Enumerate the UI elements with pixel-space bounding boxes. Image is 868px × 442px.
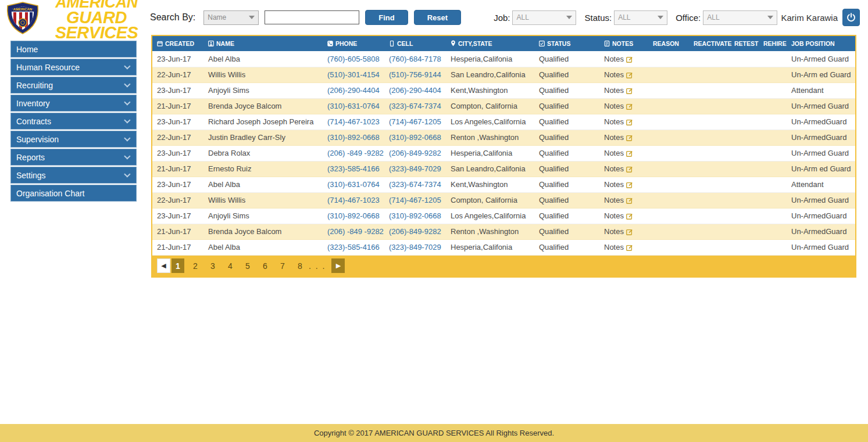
job-filter-select[interactable]: ALL bbox=[512, 10, 576, 25]
name-cell: Richard Joseph Joseph Pereira bbox=[203, 114, 323, 130]
phone-link[interactable]: (510)-301-4154 bbox=[323, 67, 384, 82]
cell-link[interactable]: (714)-467-1205 bbox=[384, 192, 446, 208]
notes-link[interactable]: Notes bbox=[599, 192, 648, 208]
reason-cell bbox=[648, 161, 689, 177]
created-cell: 23-Jun-17 bbox=[152, 145, 203, 161]
notes-link[interactable]: Notes bbox=[599, 208, 648, 224]
col-header-reactivate[interactable]: REACTIVATE bbox=[689, 36, 730, 51]
pagination-prev-button[interactable]: ◀ bbox=[157, 258, 170, 273]
notes-link[interactable]: Notes bbox=[599, 177, 648, 192]
sidebar-item-home[interactable]: Home bbox=[10, 41, 137, 58]
pagination-ellipsis: . . . bbox=[309, 261, 326, 271]
notes-link[interactable]: Notes bbox=[599, 67, 648, 82]
pagination-page-6[interactable]: 6 bbox=[259, 258, 272, 273]
cell-link[interactable]: (206)-849-9282 bbox=[384, 224, 446, 239]
check-square-icon bbox=[539, 41, 545, 48]
notes-link[interactable]: Notes bbox=[599, 161, 648, 177]
rehire-cell bbox=[759, 82, 787, 98]
notes-link-label: Notes bbox=[604, 227, 624, 236]
cell-link[interactable]: (310)-892-0668 bbox=[384, 130, 446, 145]
notes-link[interactable]: Notes bbox=[599, 224, 648, 239]
pagination-page-5[interactable]: 5 bbox=[241, 258, 254, 273]
cell-link[interactable]: (714)-467-1205 bbox=[384, 114, 446, 130]
job-position-cell: Un-Armed Guard bbox=[787, 98, 855, 114]
pagination-page-7[interactable]: 7 bbox=[276, 258, 289, 273]
retest-cell bbox=[730, 82, 759, 98]
sidebar-item-human-resource[interactable]: Human Resource bbox=[10, 59, 137, 76]
find-button[interactable]: Find bbox=[365, 10, 408, 25]
cell-link[interactable]: (310)-892-0668 bbox=[384, 208, 446, 224]
phone-link[interactable]: (310)-631-0764 bbox=[323, 177, 384, 192]
phone-link[interactable]: (206)-290-4404 bbox=[323, 82, 384, 98]
phone-link[interactable]: (310)-892-0668 bbox=[323, 130, 384, 145]
col-header-phone[interactable]: PHONE bbox=[323, 36, 384, 51]
phone-link[interactable]: (714)-467-1023 bbox=[323, 114, 384, 130]
phone-link[interactable]: (760)-605-5808 bbox=[323, 51, 384, 67]
office-filter-label: Office: bbox=[676, 13, 701, 23]
col-header-status[interactable]: STATUS bbox=[534, 36, 599, 51]
sidebar-item-organisation-chart[interactable]: Organisation Chart bbox=[10, 185, 137, 202]
sidebar-item-supervision[interactable]: Supervision bbox=[10, 131, 137, 148]
pagination-page-4[interactable]: 4 bbox=[224, 258, 237, 273]
col-header-reason[interactable]: REASON bbox=[648, 36, 689, 51]
retest-cell bbox=[730, 192, 759, 208]
cell-link[interactable]: (510)-756-9144 bbox=[384, 67, 446, 82]
col-header-retest[interactable]: RETEST bbox=[730, 36, 759, 51]
col-header-rehire[interactable]: REHIRE bbox=[759, 36, 787, 51]
created-cell: 22-Jun-17 bbox=[152, 192, 203, 208]
notes-link[interactable]: Notes bbox=[599, 82, 648, 98]
phone-link[interactable]: (323)-585-4166 bbox=[323, 239, 384, 255]
col-header-city-state[interactable]: CITY,STATE bbox=[446, 36, 534, 51]
cell-link[interactable]: (323)-849-7029 bbox=[384, 161, 446, 177]
name-cell: Anjoyli Sims bbox=[203, 208, 323, 224]
cell-link[interactable]: (323)-674-7374 bbox=[384, 177, 446, 192]
cell-link[interactable]: (323)-849-7029 bbox=[384, 239, 446, 255]
phone-link[interactable]: (714)-467-1023 bbox=[323, 192, 384, 208]
phone-link[interactable]: (206) -849 -9282 bbox=[323, 224, 384, 239]
pagination-page-3[interactable]: 3 bbox=[206, 258, 219, 273]
reason-cell bbox=[648, 239, 689, 255]
phone-link[interactable]: (206) -849 -9282 bbox=[323, 145, 384, 161]
office-filter-select[interactable]: ALL bbox=[703, 10, 777, 25]
search-input[interactable] bbox=[265, 10, 359, 24]
col-header-created[interactable]: CREATED bbox=[152, 36, 203, 51]
notes-link[interactable]: Notes bbox=[599, 239, 648, 255]
cell-link[interactable]: (760)-684-7178 bbox=[384, 51, 446, 67]
created-cell: 21-Jun-17 bbox=[152, 98, 203, 114]
pagination-page-1[interactable]: 1 bbox=[172, 258, 184, 273]
reactivate-cell bbox=[689, 114, 730, 130]
col-header-cell[interactable]: CELL bbox=[384, 36, 446, 51]
sidebar-item-recruiting[interactable]: Recruiting bbox=[10, 77, 137, 94]
phone-link[interactable]: (323)-585-4166 bbox=[323, 161, 384, 177]
notes-link[interactable]: Notes bbox=[599, 51, 648, 67]
notes-link-label: Notes bbox=[604, 86, 624, 95]
created-cell: 23-Jun-17 bbox=[152, 208, 203, 224]
search-field-select[interactable]: Name bbox=[203, 10, 259, 25]
status-filter-select[interactable]: ALL bbox=[614, 10, 667, 25]
col-header-job-position[interactable]: JOB POSITION bbox=[787, 36, 855, 51]
next-arrow-icon: ▶ bbox=[336, 262, 341, 269]
table-row: 21-Jun-17 Abel Alba (323)-585-4166 (323)… bbox=[152, 239, 855, 255]
notes-link[interactable]: Notes bbox=[599, 130, 648, 145]
pagination-page-2[interactable]: 2 bbox=[189, 258, 202, 273]
notes-link[interactable]: Notes bbox=[599, 114, 648, 130]
pagination-next-button[interactable]: ▶ bbox=[331, 258, 345, 273]
sidebar-item-label: Organisation Chart bbox=[16, 189, 85, 198]
cell-link[interactable]: (206)-290-4404 bbox=[384, 82, 446, 98]
phone-link[interactable]: (310)-892-0668 bbox=[323, 208, 384, 224]
notes-link[interactable]: Notes bbox=[599, 98, 648, 114]
notes-link[interactable]: Notes bbox=[599, 145, 648, 161]
col-header-notes[interactable]: NOTES bbox=[599, 36, 648, 51]
logout-button[interactable] bbox=[842, 9, 860, 26]
sidebar-item-reports[interactable]: Reports bbox=[10, 149, 137, 166]
cell-link[interactable]: (323)-674-7374 bbox=[384, 98, 446, 114]
sidebar-item-contracts[interactable]: Contracts bbox=[10, 113, 137, 130]
mobile-icon bbox=[389, 41, 395, 48]
sidebar-item-settings[interactable]: Settings bbox=[10, 167, 137, 184]
sidebar-item-inventory[interactable]: Inventory bbox=[10, 95, 137, 112]
reset-button[interactable]: Reset bbox=[414, 10, 461, 25]
phone-link[interactable]: (310)-631-0764 bbox=[323, 98, 384, 114]
col-header-name[interactable]: NAME bbox=[203, 36, 323, 51]
pagination-page-8[interactable]: 8 bbox=[294, 258, 306, 273]
cell-link[interactable]: (206)-849-9282 bbox=[384, 145, 446, 161]
